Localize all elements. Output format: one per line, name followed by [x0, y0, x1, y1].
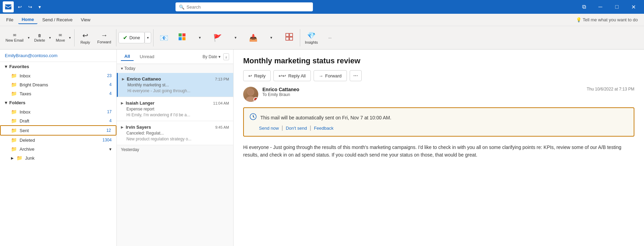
restore-window-button[interactable]: ⧉: [576, 0, 592, 14]
color-dropdown[interactable]: ▾: [191, 34, 208, 41]
email-date: Thu 10/6/2022 at 7:13 PM: [587, 87, 634, 92]
sidebar-item-archive[interactable]: 📁 Archive ▾: [0, 145, 116, 153]
menu-bar: File Home Send / Receive View 💡 Tell me …: [0, 14, 644, 26]
move-button[interactable]: ✉ Move: [53, 32, 68, 44]
ribbon-reply-button[interactable]: ↩ Reply: [77, 30, 94, 46]
sidebar-item-deleted[interactable]: 📁 Deleted 1304: [0, 136, 116, 145]
search-input[interactable]: [187, 4, 309, 10]
done-dropdown[interactable]: ▾: [145, 32, 151, 43]
sidebar-item-draft[interactable]: 📁 Draft 4: [0, 116, 116, 125]
ribbon-sep-4: [300, 29, 300, 46]
folders-header[interactable]: ▾ Folders: [0, 98, 116, 107]
email-to-line: To Emily Braun: [262, 92, 583, 97]
move-dropdown[interactable]: ▾: [68, 32, 72, 44]
sort-chevron-icon: ▾: [218, 54, 221, 59]
sidebar-item-taxes[interactable]: 📁 Taxes 4: [0, 89, 116, 98]
reply-all-button[interactable]: ↩↩ Reply All: [273, 70, 311, 81]
close-button[interactable]: ✕: [625, 0, 641, 14]
sidebar-item-sent[interactable]: 📁 Sent 12: [0, 125, 116, 136]
email-detail-actions: ↩ Reply ↩↩ Reply All → Forward ···: [243, 70, 634, 81]
ellipsis-icon: ···: [353, 73, 358, 79]
delete-dropdown[interactable]: ▾: [48, 32, 52, 44]
folder-icon: 📁: [11, 82, 17, 87]
svg-rect-7: [286, 37, 289, 40]
chevron-down-icon: ▾: [5, 100, 7, 105]
sort-direction-button[interactable]: ↓: [223, 53, 229, 60]
flag-button[interactable]: 🚩: [209, 32, 226, 43]
svg-rect-0: [5, 4, 12, 10]
ribbon-sep-2: [116, 29, 116, 46]
email-item-irvin[interactable]: ▶ Irvin Sayers 9:45 AM Canceled: Regulat…: [117, 121, 233, 145]
move-icon: ✉: [59, 33, 62, 38]
undo-button[interactable]: ↩: [16, 3, 24, 11]
categorize-icon: 📧: [160, 34, 168, 42]
grid-view-button[interactable]: [281, 32, 298, 44]
delete-icon: 🗑: [38, 33, 42, 38]
insights-button[interactable]: 💎 Insights: [302, 30, 321, 46]
redo-button[interactable]: ↪: [26, 3, 34, 11]
email-detail: Monthly marketing status review ↩ Reply …: [234, 50, 644, 246]
sidebar-item-junk[interactable]: ▶ 📁 Junk: [0, 153, 116, 162]
forward-button[interactable]: → Forward: [314, 70, 347, 81]
new-email-button[interactable]: ✉ New Email: [3, 32, 26, 44]
delete-button[interactable]: 🗑 Delete: [32, 32, 48, 44]
email-subject-title: Monthly marketing status review: [243, 56, 634, 65]
folder-icon: 📁: [11, 91, 17, 96]
email-item-isaiah[interactable]: ▶ Isaiah Langer 11:04 AM Expense report …: [117, 97, 233, 121]
new-email-dropdown[interactable]: ▾: [26, 32, 31, 44]
favorites-section: ▾ Favorites 📁 Inbox 23 📁 Bright Dreams 4…: [0, 62, 116, 98]
forward-icon: →: [101, 31, 108, 39]
sidebar-item-inbox[interactable]: 📁 Inbox 17: [0, 107, 116, 116]
categorize-button[interactable]: 📧: [156, 32, 173, 43]
dropdown-button[interactable]: ▾: [36, 3, 43, 11]
sidebar-item-bright-dreams[interactable]: 📁 Bright Dreams 4: [0, 80, 116, 89]
more-button[interactable]: ···: [350, 70, 362, 81]
menu-home[interactable]: Home: [18, 15, 37, 24]
email-from-info: Enrico Cattaneo To Emily Braun: [262, 87, 583, 97]
archive-button[interactable]: 📥: [245, 32, 262, 43]
done-button[interactable]: ✔ Done: [118, 32, 145, 43]
group-today: ▾ Today: [117, 64, 233, 73]
email-item-enrico[interactable]: ▶ Enrico Cattaneo 7:13 PM Monthly market…: [117, 73, 233, 97]
ribbon-sep-1: [74, 29, 75, 46]
menu-view[interactable]: View: [77, 16, 94, 24]
chevron-down-small: ▾: [109, 147, 112, 152]
ribbon-sep-3: [153, 29, 154, 46]
dont-send-link[interactable]: Don't send: [286, 126, 307, 131]
svg-rect-3: [179, 37, 182, 40]
archive-dropdown[interactable]: ▾: [263, 34, 280, 41]
email-time: 11:04 AM: [213, 101, 229, 105]
email-subject: Canceled: Regulat...: [121, 131, 229, 136]
svg-rect-6: [290, 33, 293, 36]
account-label: EmilyBraun@contoso.com: [0, 50, 116, 62]
new-email-icon: ✉: [13, 33, 16, 38]
more-options-button[interactable]: ···: [321, 34, 339, 41]
done-group: ✔ Done ▾: [118, 32, 151, 43]
send-now-link[interactable]: Send now: [259, 126, 279, 131]
favorites-header[interactable]: ▾ Favorites: [0, 62, 116, 71]
tab-unread[interactable]: Unread: [136, 53, 158, 61]
color-categories-button[interactable]: [173, 32, 191, 44]
tab-all[interactable]: All: [121, 52, 134, 61]
flag-dropdown[interactable]: ▾: [227, 34, 244, 41]
feedback-link[interactable]: Feedback: [314, 126, 334, 131]
banner-separator: |: [310, 125, 311, 131]
expand-icon: ▶: [121, 125, 124, 129]
reply-button[interactable]: ↩ Reply: [243, 70, 271, 81]
ribbon-forward-button[interactable]: → Forward: [94, 30, 114, 45]
flag-icon: 🚩: [213, 34, 222, 42]
maximize-button[interactable]: □: [609, 0, 625, 14]
folders-section: ▾ Folders 📁 Inbox 17 📁 Draft 4 📁 Sent 12…: [0, 98, 116, 162]
menu-file[interactable]: File: [3, 16, 17, 24]
minimize-button[interactable]: ─: [592, 0, 608, 14]
email-sender: Irvin Sayers: [126, 125, 213, 130]
sidebar-item-inbox-favorites[interactable]: 📁 Inbox 23: [0, 71, 116, 80]
folder-icon: 📁: [11, 128, 17, 133]
tell-me[interactable]: 💡 Tell me what you want to do: [573, 16, 641, 24]
scheduled-banner: This mail will be automatically sent on …: [243, 107, 634, 137]
avatar: [243, 87, 258, 102]
email-list-header: All Unread By Date ▾ ↓: [117, 50, 233, 64]
menu-send-receive[interactable]: Send / Receive: [39, 16, 76, 24]
sort-button[interactable]: By Date ▾: [203, 54, 221, 59]
reply-icon: ↩: [248, 73, 252, 78]
